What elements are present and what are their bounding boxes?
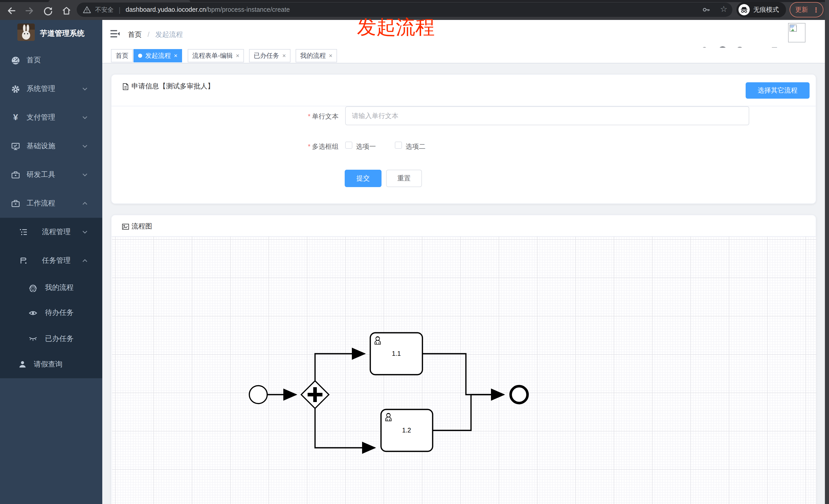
- reload-icon[interactable]: [43, 6, 53, 16]
- sidebar-item-label: 首页: [27, 56, 41, 65]
- forward-icon[interactable]: [25, 6, 35, 16]
- sidebar-item-done-tasks[interactable]: 已办任务: [0, 326, 102, 352]
- browser-active-tab[interactable]: [48, 0, 190, 2]
- tab-form-edit[interactable]: 流程表单-编辑 ×: [188, 49, 244, 62]
- checkbox-option-1[interactable]: [345, 142, 352, 149]
- submit-button[interactable]: 提交: [345, 170, 382, 187]
- chevron-down-icon: [82, 115, 88, 121]
- sidebar-item-label: 我的流程: [45, 283, 74, 293]
- tab-label: 我的流程: [300, 51, 326, 60]
- flag-icon: [20, 257, 28, 265]
- sidebar-item-my-process[interactable]: 我的流程: [0, 275, 102, 301]
- sidebar-item-label: 研发工具: [27, 170, 55, 180]
- security-label[interactable]: 不安全: [95, 5, 113, 14]
- sidebar-item-infrastructure[interactable]: 基础设施: [0, 132, 102, 160]
- checkbox-option-2-label[interactable]: 选项二: [405, 142, 426, 151]
- update-label[interactable]: 更新: [795, 5, 808, 14]
- checkbox-group-label: 多选框组: [312, 143, 338, 150]
- sidebar-item-label: 基础设施: [27, 142, 55, 151]
- bpmn-diagram: 1.1 1.2: [112, 237, 816, 504]
- bpmn-end-event: [511, 386, 528, 403]
- url-domain: dashboard.yudao.iocoder.cn: [125, 6, 206, 13]
- sidebar-item-label: 支付管理: [27, 113, 55, 122]
- field-label-row: *单行文本: [111, 111, 338, 121]
- sidebar-item-home[interactable]: 首页: [0, 46, 102, 75]
- tab-label: 已办任务: [254, 51, 279, 60]
- tab-my-process[interactable]: 我的流程 ×: [296, 49, 337, 62]
- gear-icon: [11, 85, 20, 93]
- sidebar-item-workflow[interactable]: 工作流程: [0, 189, 102, 218]
- bookmark-star-icon[interactable]: ☆: [720, 4, 727, 14]
- tab-close-icon[interactable]: ×: [174, 53, 177, 59]
- sidebar-item-label: 工作流程: [27, 199, 55, 208]
- browser-tabstrip: [0, 0, 829, 2]
- sidebar-item-system[interactable]: 系统管理: [0, 75, 102, 103]
- dashboard-icon: [11, 56, 20, 65]
- incognito-label: 无痕模式: [753, 5, 779, 14]
- tab-label: 首页: [116, 51, 129, 60]
- card-title: 流程图: [132, 222, 152, 231]
- card-header: 申请信息【测试多审批人】: [122, 82, 214, 91]
- key-icon[interactable]: [702, 5, 711, 14]
- tab-close-icon[interactable]: ×: [329, 53, 332, 59]
- briefcase-icon: [11, 170, 20, 179]
- image-icon: [122, 223, 130, 230]
- tabs-bar: 首页 发起流程 × 流程表单-编辑 × 已办任务 × 我的流程 ×: [102, 47, 825, 64]
- sidebar-item-leave-query[interactable]: 请假查询: [0, 352, 102, 377]
- app-logo: [17, 24, 35, 41]
- tab-done-tasks[interactable]: 已办任务 ×: [249, 49, 290, 62]
- select-other-process-button[interactable]: 选择其它流程: [746, 82, 809, 99]
- flow-edge-gateway-task2: [315, 409, 375, 448]
- url-separator: |: [119, 6, 120, 14]
- breadcrumb: 首页 / 发起流程: [128, 30, 183, 39]
- url-bar[interactable]: 不安全 | dashboard.yudao.iocoder.cn/bpm/pro…: [77, 3, 732, 17]
- chevron-down-icon: [82, 86, 88, 92]
- sidebar-collapse-icon[interactable]: [109, 29, 120, 39]
- flow-edge-gateway-task1: [315, 354, 365, 381]
- checkbox-option-2[interactable]: [395, 142, 402, 149]
- chevron-up-icon: [82, 200, 88, 206]
- single-line-text-input[interactable]: [345, 106, 749, 125]
- incognito-icon: [738, 4, 750, 15]
- apply-info-card: 申请信息【测试多审批人】 选择其它流程 *单行文本 *多选框组 选项一 选项二 …: [111, 74, 816, 204]
- briefcase-icon: [11, 199, 20, 208]
- sidebar-item-label: 任务管理: [42, 256, 71, 265]
- app-title: 芋道管理系统: [40, 29, 84, 38]
- browser-menu-icon[interactable]: ⋮: [813, 6, 819, 13]
- page-annotation: 发起流程: [357, 17, 435, 37]
- not-secure-warning-icon: [83, 6, 91, 14]
- flow-chart-card: 流程图: [111, 215, 816, 504]
- tab-close-icon[interactable]: ×: [236, 53, 239, 59]
- breadcrumb-current: 发起流程: [155, 31, 183, 38]
- tab-close-icon[interactable]: ×: [282, 53, 286, 59]
- scrollbar[interactable]: [825, 0, 829, 504]
- card-header: 流程图: [122, 222, 152, 231]
- back-icon[interactable]: [6, 6, 16, 16]
- task-label: 1.1: [392, 350, 401, 357]
- url-path: /bpm/process-instance/create: [206, 6, 290, 13]
- active-dot: [138, 54, 142, 58]
- sidebar-item-task-mgmt[interactable]: 任务管理: [0, 246, 102, 275]
- task-label: 1.2: [402, 427, 411, 434]
- eye-open-icon: [29, 310, 37, 316]
- sidebar-item-label: 待办任务: [45, 308, 74, 317]
- sidebar-item-devtools[interactable]: 研发工具: [0, 160, 102, 189]
- bpmn-canvas[interactable]: 1.1 1.2: [112, 237, 816, 504]
- sidebar-item-label: 流程管理: [42, 228, 71, 237]
- home-icon[interactable]: [61, 6, 72, 16]
- avatar[interactable]: [788, 23, 805, 42]
- incognito-badge: 无痕模式: [736, 2, 786, 17]
- reset-button[interactable]: 重置: [386, 170, 422, 187]
- checkbox-option-1-label[interactable]: 选项一: [356, 142, 376, 151]
- breadcrumb-home[interactable]: 首页: [128, 31, 142, 38]
- tab-create-process[interactable]: 发起流程 ×: [134, 49, 182, 62]
- browser-update-button[interactable]: 更新 ⋮: [790, 2, 823, 17]
- robot-face-icon: [29, 284, 37, 292]
- sidebar-item-label: 请假查询: [34, 360, 62, 369]
- app-header: 首页 / 发起流程 ? TT: [102, 20, 825, 47]
- tab-label: 流程表单-编辑: [192, 51, 233, 60]
- sidebar-item-payment[interactable]: ¥ 支付管理: [0, 103, 102, 132]
- sidebar-item-process-mgmt[interactable]: 流程管理: [0, 218, 102, 246]
- tab-home[interactable]: 首页: [111, 49, 133, 62]
- sidebar-item-todo-tasks[interactable]: 待办任务: [0, 300, 102, 325]
